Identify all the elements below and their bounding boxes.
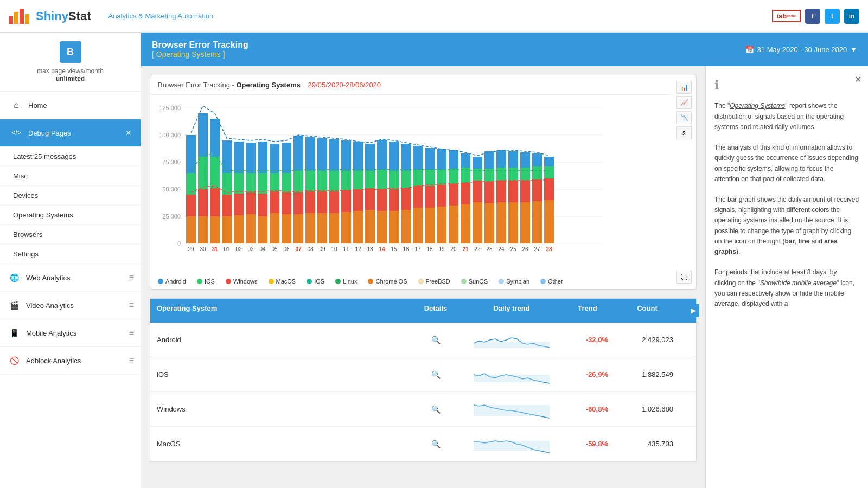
svg-text:50 000: 50 000 xyxy=(162,186,181,192)
linkedin-button[interactable]: in xyxy=(844,9,859,24)
chart-body: Browser Error Tracking - Operating Syste… xyxy=(150,75,672,289)
svg-text:23: 23 xyxy=(486,246,493,252)
svg-rect-155 xyxy=(520,202,530,243)
os-android: Android xyxy=(150,330,409,349)
line-chart-button[interactable]: 📈 xyxy=(676,96,692,109)
svg-text:26: 26 xyxy=(522,246,528,252)
details-macos[interactable]: 🔍 xyxy=(409,434,463,454)
mobile-menu-icon[interactable]: ≡ xyxy=(129,328,134,338)
content-area: Browser Error Tracking - Operating Syste… xyxy=(141,66,868,488)
video-menu-icon[interactable]: ≡ xyxy=(129,300,134,310)
profile-text: max page views/month unlimited xyxy=(9,67,132,82)
svg-rect-165 xyxy=(544,200,554,243)
info-para-4: For periods that include at least 8 days… xyxy=(714,267,859,309)
svg-rect-120 xyxy=(437,207,446,243)
legend-dot-macos xyxy=(269,279,274,284)
facebook-button[interactable]: f xyxy=(805,9,820,24)
svg-rect-105 xyxy=(401,210,411,243)
svg-rect-115 xyxy=(425,208,435,243)
sidebar-item-web-analytics[interactable]: 🌐 Web Analytics ≡ xyxy=(0,264,141,292)
svg-text:0: 0 xyxy=(177,240,181,247)
web-menu-icon[interactable]: ≡ xyxy=(129,273,134,282)
nav-close-icon[interactable]: ✕ xyxy=(125,129,132,137)
mobile-icon: 📱 xyxy=(7,325,22,341)
adblock-menu-icon[interactable]: ≡ xyxy=(129,356,134,365)
col-header-details: Details xyxy=(409,299,463,323)
header-right: iab radio f t in xyxy=(772,9,859,24)
subnav-devices[interactable]: Devices xyxy=(0,186,141,206)
data-table: Operating System Details Daily trend Tre… xyxy=(150,298,697,462)
svg-text:18: 18 xyxy=(426,246,433,252)
trend-pct-ios: -26,9% xyxy=(560,365,615,384)
count-android: 2.429.023 xyxy=(615,330,680,349)
details-ios[interactable]: 🔍 xyxy=(409,365,463,384)
table-row: Android 🔍 -32,0% 2.429.023 xyxy=(150,323,696,357)
table-header: Operating System Details Daily trend Tre… xyxy=(150,299,696,323)
legend-dot-linux xyxy=(335,279,341,284)
sidebar-item-mobile-analytics[interactable]: 📱 Mobile Analytics ≡ xyxy=(0,319,141,347)
expand-table-button[interactable]: ▶ xyxy=(686,304,699,317)
legend-chromeos: Chrome OS xyxy=(368,278,407,285)
adblock-icon: 🚫 xyxy=(7,353,22,368)
info-close-button[interactable]: ✕ xyxy=(854,73,861,87)
svg-text:03: 03 xyxy=(247,246,254,252)
info-para-3: The bar graph shows the daily amount of … xyxy=(714,195,859,257)
svg-text:29: 29 xyxy=(188,246,194,252)
chart-wrapper: Browser Error Tracking - Operating Syste… xyxy=(150,75,696,289)
svg-text:27: 27 xyxy=(534,246,540,252)
legend-label-ios: IOS xyxy=(205,278,215,285)
legend-label-android: Android xyxy=(165,278,186,285)
svg-rect-134 xyxy=(473,181,482,206)
svg-text:100 000: 100 000 xyxy=(159,132,181,138)
svg-text:22: 22 xyxy=(474,246,481,252)
svg-rect-139 xyxy=(484,182,494,207)
os-macos: MacOS xyxy=(150,434,409,453)
legend-label-chromeos: Chrome OS xyxy=(375,278,407,285)
sidebar-item-adblock-analytics[interactable]: 🚫 Adblock Analytics ≡ xyxy=(0,347,141,375)
header-subtitle: Analytics & Marketing Automation xyxy=(108,12,213,20)
svg-text:31: 31 xyxy=(212,246,218,252)
svg-rect-100 xyxy=(389,211,399,243)
svg-rect-20 xyxy=(198,216,208,243)
legend-label-other: Other xyxy=(548,278,563,285)
dropdown-caret[interactable]: ▼ xyxy=(850,46,857,54)
svg-text:20: 20 xyxy=(450,246,457,252)
svg-rect-168 xyxy=(474,375,550,382)
subnav-settings[interactable]: Settings xyxy=(0,245,141,264)
legend-macos: MacOS xyxy=(269,278,296,285)
svg-rect-40 xyxy=(246,214,256,243)
svg-rect-125 xyxy=(449,206,458,243)
sidebar-item-home[interactable]: ⌂ Home xyxy=(0,92,141,119)
details-android[interactable]: 🔍 xyxy=(409,330,463,350)
svg-rect-55 xyxy=(282,214,291,243)
legend-dot-sunos xyxy=(461,279,467,284)
trend-pct-android: -32,0% xyxy=(560,330,615,349)
top-bar-date[interactable]: 📅 31 May 2020 - 30 June 2020 ▼ xyxy=(745,46,857,54)
twitter-button[interactable]: t xyxy=(825,9,840,24)
subnav-operating-systems[interactable]: Operating Systems xyxy=(0,206,141,225)
subnav-browsers[interactable]: Browsers xyxy=(0,225,141,245)
chart-controls: 📊 📈 📉 x̄ ⛶ xyxy=(672,75,696,289)
subnav-latest[interactable]: Latest 25 messages xyxy=(0,147,141,166)
svg-text:21: 21 xyxy=(462,246,469,252)
svg-rect-135 xyxy=(473,202,482,243)
mini-trend-ios xyxy=(471,363,552,384)
action-windows xyxy=(680,404,696,415)
logo-bar-2 xyxy=(14,12,18,24)
sidebar-item-debug[interactable]: </> Debug Pages ✕ xyxy=(0,119,141,147)
legend-dot-freebsd xyxy=(418,279,424,284)
subnav-misc[interactable]: Misc xyxy=(0,166,141,186)
count-ios: 1.882.549 xyxy=(615,365,680,384)
expand-chart-button[interactable]: ⛶ xyxy=(676,271,692,284)
count-windows: 1.026.680 xyxy=(615,400,680,419)
legend-label-ios2: IOS xyxy=(314,278,324,285)
details-windows[interactable]: 🔍 xyxy=(409,400,463,419)
bar-chart-button[interactable]: 📊 xyxy=(676,81,692,94)
svg-text:28: 28 xyxy=(546,246,552,252)
action-ios xyxy=(680,369,696,380)
info-panel: ✕ ℹ The "Operating Systems" report shows… xyxy=(705,66,868,488)
sidebar-item-video-analytics[interactable]: 🎬 Video Analytics ≡ xyxy=(0,292,141,319)
svg-rect-25 xyxy=(210,216,220,243)
area-chart-button[interactable]: 📉 xyxy=(676,111,692,124)
hide-average-button[interactable]: x̄ xyxy=(676,126,692,139)
